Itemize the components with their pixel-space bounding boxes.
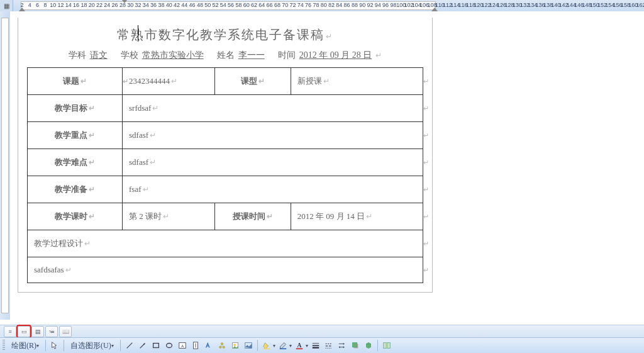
wordart-icon[interactable] <box>203 340 214 351</box>
cell-goal-label: 教学目标↵ <box>28 95 123 122</box>
3d-style-icon[interactable] <box>363 340 374 351</box>
line-color-dropdown[interactable]: ▾ <box>289 343 292 349</box>
textbox-icon[interactable]: A <box>177 340 188 351</box>
print-layout-view-button[interactable]: ▤ <box>31 326 44 337</box>
reading-view-button[interactable]: 📖 <box>59 326 72 337</box>
school-value: 常熟市实验小学 <box>142 50 204 60</box>
svg-rect-14 <box>263 348 270 349</box>
draw-menu-label: 绘图(R) <box>11 340 36 351</box>
svg-text:A: A <box>180 344 184 349</box>
document-viewport[interactable]: 常熟市数字化教学系统电子备课稿↵ 学科 语文 学校 常熟市实验小学 姓名 李一一… <box>10 11 644 321</box>
svg-point-3 <box>166 344 172 348</box>
font-color-dropdown[interactable]: ▾ <box>306 343 308 349</box>
info-line: 学科 语文 学校 常熟市实验小学 姓名 李一一 时间 2012 年 09 月 2… <box>27 50 423 61</box>
cell-difficulty-value: sdfasf↵↵ <box>123 149 423 176</box>
autoshapes-label: 自选图形(U) <box>70 340 111 351</box>
vertical-textbox-icon[interactable] <box>190 340 201 351</box>
oval-icon[interactable] <box>164 340 175 351</box>
name-value: 李一一 <box>238 50 265 60</box>
cell-teachtime-value: 2012 年 09 月 14 日↵↵ <box>291 203 423 230</box>
arrow-style-icon[interactable] <box>336 340 348 351</box>
font-color-icon[interactable]: A <box>294 340 305 351</box>
drawing-toolbar: 绘图(R)▾ 自选图形(U)▾ A ▾ ▾ A▾ <box>0 337 644 353</box>
fill-color-icon[interactable] <box>261 340 272 351</box>
normal-view-button[interactable]: ≡ <box>4 326 16 337</box>
view-mode-bar: ≡ ▭ ▤ ≔ 📖 <box>0 325 644 338</box>
cell-type-value: 新授课↵↵ <box>291 68 423 95</box>
svg-rect-29 <box>386 343 388 349</box>
autoshapes-menu-button[interactable]: 自选图形(U)▾ <box>67 339 117 352</box>
line-icon[interactable] <box>124 340 135 351</box>
picture-icon[interactable] <box>243 340 254 351</box>
shadow-style-icon[interactable] <box>350 340 361 351</box>
date-label: 时间 <box>278 50 296 60</box>
page: 常熟市数字化教学系统电子备课稿↵ 学科 语文 学校 常熟市实验小学 姓名 李一一… <box>18 18 433 293</box>
cell-prep-value: fsaf↵↵ <box>123 176 423 203</box>
svg-rect-27 <box>352 343 357 347</box>
svg-text:A: A <box>297 342 301 349</box>
ruler-corner-icon: ▦ <box>0 0 13 11</box>
ruler-tick-label: 162 <box>636 2 644 8</box>
cell-topic-value: 2342344444↵ <box>123 68 215 95</box>
cell-hours-label: 教学课时↵ <box>28 203 123 230</box>
arrow-icon[interactable] <box>137 340 148 351</box>
name-label: 姓名 <box>217 50 235 60</box>
diagram-icon[interactable] <box>216 340 228 351</box>
first-line-indent-marker[interactable] <box>121 0 128 3</box>
fill-color-dropdown[interactable]: ▾ <box>273 343 275 349</box>
toolbar-grip[interactable] <box>3 340 5 351</box>
cell-prep-label: 教学准备↵ <box>28 176 123 203</box>
cell-keypoint-value: sdfasf↵↵ <box>123 122 423 149</box>
horizontal-ruler: ▦ 24681012141618202224262830323436384042… <box>0 0 644 12</box>
svg-rect-2 <box>153 344 158 348</box>
cell-difficulty-label: 教学难点↵ <box>28 149 123 176</box>
text-cursor <box>138 25 138 42</box>
cell-keypoint-label: 教学重点↵ <box>28 122 123 149</box>
cell-goal-value: srfdsaf↵↵ <box>123 95 423 122</box>
cell-process-label: 教学过程设计↵↵ <box>28 230 423 257</box>
svg-point-8 <box>221 343 223 345</box>
svg-line-0 <box>126 343 132 349</box>
paragraph-mark-icon: ↵ <box>374 51 382 60</box>
line-color-icon[interactable] <box>277 340 289 351</box>
select-objects-icon[interactable] <box>49 340 60 351</box>
svg-rect-17 <box>296 348 303 349</box>
cell-type-label: 课型↵ <box>214 68 291 95</box>
clipart-icon[interactable] <box>230 340 241 351</box>
ruler-scale[interactable]: 2468101214161820222426283032343638404244… <box>13 0 644 11</box>
school-label: 学校 <box>121 50 138 60</box>
web-layout-view-button[interactable]: ▭ <box>18 326 30 337</box>
cell-hours-value: 第 2 课时↵ <box>123 203 215 230</box>
lesson-table: 课题↵↵ 2342344444↵ 课型↵ 新授课↵↵ 教学目标↵ srfdsaf… <box>27 67 423 283</box>
paragraph-mark-icon: ↵ <box>325 32 333 41</box>
document-title-text: 常熟市数字化教学系统电子备课稿 <box>117 28 325 42</box>
subject-label: 学科 <box>69 50 86 60</box>
outline-view-button[interactable]: ≔ <box>45 326 58 337</box>
svg-point-12 <box>233 344 236 346</box>
document-title: 常熟市数字化教学系统电子备课稿↵ <box>27 26 423 43</box>
rectangle-icon[interactable] <box>150 340 162 351</box>
cell-topic-label: 课题↵↵ <box>28 68 123 95</box>
draw-menu-button[interactable]: 绘图(R)▾ <box>8 339 42 352</box>
insert-symbol-icon[interactable] <box>381 340 392 351</box>
cell-process-content: safdsafas↵↵ <box>28 257 423 283</box>
line-style-icon[interactable] <box>310 340 321 351</box>
date-value: 2012 年 09 月 28 日 <box>299 50 372 60</box>
vertical-ruler[interactable] <box>0 11 11 320</box>
subject-value: 语文 <box>90 50 108 60</box>
cell-teachtime-label: 授课时间↵ <box>214 203 291 230</box>
dash-style-icon[interactable] <box>323 340 335 351</box>
svg-rect-15 <box>279 348 286 349</box>
